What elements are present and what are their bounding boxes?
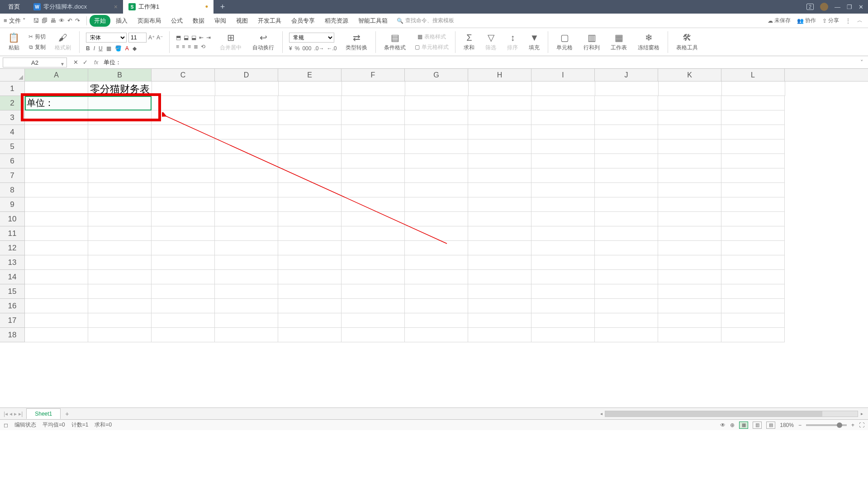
tab-insert[interactable]: 插入 [111,15,132,27]
cell-E2[interactable] [278,96,342,110]
page-break-view-button[interactable]: ▤ [766,422,775,429]
font-color-icon[interactable]: A [125,45,129,52]
paste-button[interactable]: 📋粘贴 [6,31,21,53]
align-middle-icon[interactable]: ⬓ [184,34,189,41]
tab-resources[interactable]: 稻壳资源 [320,15,353,27]
col-header-K[interactable]: K [658,69,721,81]
decrease-decimal-icon[interactable]: ←.0 [327,45,337,52]
new-tab-button[interactable]: + [213,2,232,12]
cell-button[interactable]: ▢单元格 [555,31,574,53]
table-style-button[interactable]: ▦表格样式 [417,33,446,41]
select-all-corner[interactable] [0,69,25,81]
tab-member[interactable]: 会员专享 [287,15,319,27]
italic-icon[interactable]: I [94,45,95,52]
grid-align-icon[interactable]: ⊕ [730,422,735,428]
print-icon[interactable]: 🖶 [50,17,56,24]
coop-button[interactable]: 👥协作 [797,17,816,24]
more-menu-icon[interactable]: ⋮ [845,18,851,24]
minimize-button[interactable]: — [835,4,840,10]
redo-icon[interactable]: ↷ [75,17,80,24]
col-header-J[interactable]: J [595,69,658,81]
row-header-16[interactable]: 16 [0,299,25,313]
name-box[interactable]: A2▼ [3,58,67,67]
col-header-C[interactable]: C [152,69,215,81]
cancel-edit-icon[interactable]: ✕ [73,59,78,66]
cell-C1[interactable] [152,82,215,96]
cell-G1[interactable] [405,82,469,96]
normal-view-button[interactable]: ▦ [739,422,748,429]
save-as-icon[interactable]: 🗐 [42,17,47,24]
indent-increase-icon[interactable]: ⇥ [206,34,211,41]
currency-icon[interactable]: ¥ [289,45,292,52]
tab-devtools[interactable]: 开发工具 [253,15,286,27]
col-header-H[interactable]: H [468,69,531,81]
zoom-slider-thumb[interactable] [837,422,842,428]
tab-review[interactable]: 审阅 [210,15,231,27]
cell-L2[interactable] [721,96,785,110]
maximize-button[interactable]: ❐ [847,4,852,10]
cell-F1[interactable] [342,82,405,96]
row-header-12[interactable]: 12 [0,241,25,255]
row-header-2[interactable]: 2 [0,96,25,110]
rowcol-button[interactable]: ▥行和列 [582,31,602,53]
tab-view[interactable]: 视图 [232,15,252,27]
horizontal-scrollbar[interactable] [605,411,858,417]
filter-button[interactable]: ▽筛选 [484,31,498,53]
fill-button[interactable]: ▼填充 [527,32,541,53]
cell-H2[interactable] [468,96,531,110]
percent-icon[interactable]: % [295,45,300,52]
page-layout-view-button[interactable]: ▥ [753,422,762,429]
cell-E1[interactable] [279,82,342,96]
close-icon[interactable]: × [114,3,118,10]
sheet-tab-sheet1[interactable]: Sheet1 [26,408,61,419]
conditional-format-button[interactable]: ▤条件格式 [382,31,408,53]
cell-A1[interactable] [25,82,88,96]
cell-C2[interactable] [152,96,215,110]
row-header-3[interactable]: 3 [0,110,25,125]
row-header-15[interactable]: 15 [0,284,25,299]
col-header-I[interactable]: I [531,69,595,81]
cell-F2[interactable] [342,96,405,110]
next-sheet-icon[interactable]: ▸ [14,411,17,417]
wrap-text-button[interactable]: ↩自动换行 [251,31,276,53]
cell-B1[interactable]: 零分猫财务表 [88,82,152,96]
col-header-A[interactable]: A [25,69,88,81]
col-header-G[interactable]: G [405,69,468,81]
cells-area[interactable]: 零分猫财务表 单位： [25,82,868,408]
align-right-icon[interactable]: ≡ [188,43,191,50]
cell-I2[interactable] [531,96,595,110]
font-size-input[interactable] [128,33,147,43]
cell-B2[interactable] [88,96,152,110]
unsaved-indicator[interactable]: ☁未保存 [768,17,791,24]
row-header-14[interactable]: 14 [0,270,25,284]
row-header-17[interactable]: 17 [0,313,25,328]
bold-icon[interactable]: B [86,45,90,52]
cell-K1[interactable] [659,82,722,96]
row-header-7[interactable]: 7 [0,168,25,183]
cell-K2[interactable] [658,96,721,110]
align-top-icon[interactable]: ⬒ [176,34,181,41]
cell-H1[interactable] [469,82,532,96]
fill-color-icon[interactable]: 🪣 [115,45,122,52]
close-window-button[interactable]: ✕ [859,4,863,10]
comma-icon[interactable]: 000 [302,45,311,52]
row-header-9[interactable]: 9 [0,197,25,212]
table-tools-button[interactable]: 🛠表格工具 [674,32,700,53]
row-header-6[interactable]: 6 [0,154,25,168]
col-header-L[interactable]: L [721,69,785,81]
cell-L1[interactable] [722,82,785,96]
font-family-select[interactable]: 宋体 [86,33,127,43]
row-header-13[interactable]: 13 [0,255,25,270]
home-tab[interactable]: 首页 [0,0,28,14]
format-painter-button[interactable]: 🖌格式刷 [53,32,73,53]
freeze-button[interactable]: ❄冻结窗格 [636,31,661,53]
tab-data[interactable]: 数据 [188,15,209,27]
cell-A3[interactable] [25,110,88,125]
worksheet-button[interactable]: ▦工作表 [609,31,629,53]
type-convert-button[interactable]: ⇄类型转换 [344,31,369,53]
col-header-E[interactable]: E [278,69,342,81]
sort-button[interactable]: ↕排序 [505,32,520,53]
row-header-10[interactable]: 10 [0,212,25,226]
undo-icon[interactable]: ↶ [67,17,72,24]
increase-decimal-icon[interactable]: .0→ [314,45,324,52]
